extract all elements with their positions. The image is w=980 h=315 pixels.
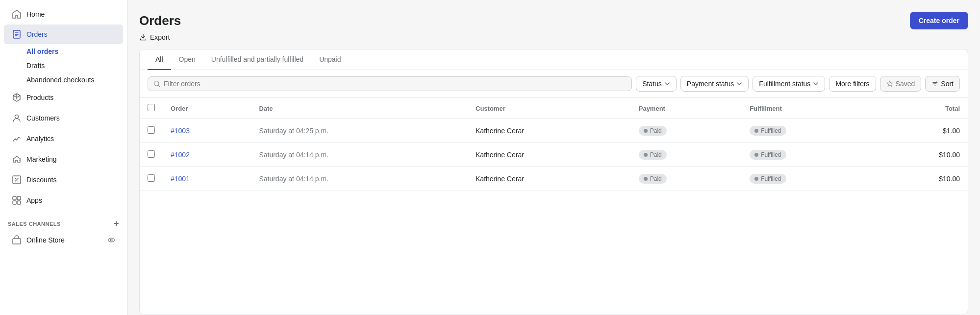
order-cell: #1001: [163, 167, 251, 191]
page-title: Orders: [139, 13, 181, 28]
row-checkbox-1[interactable]: [148, 150, 155, 158]
order-link-2[interactable]: #1001: [171, 175, 190, 183]
total-cell: $10.00: [875, 167, 968, 191]
payment-chevron-icon: [736, 81, 742, 87]
sidebar-item-customers-label: Customers: [26, 114, 60, 122]
tab-unpaid[interactable]: Unpaid: [311, 49, 349, 70]
eye-icon[interactable]: [107, 236, 115, 244]
sidebar-item-orders[interactable]: Orders: [4, 24, 123, 44]
page-header: Orders Create order: [139, 12, 968, 29]
customer-cell: Katherine Cerar: [468, 119, 631, 143]
svg-point-2: [16, 156, 17, 157]
sidebar-item-customers[interactable]: Customers: [4, 108, 123, 128]
sort-icon: [931, 80, 938, 87]
tab-all[interactable]: All: [148, 49, 171, 70]
row-checkbox-cell[interactable]: [140, 119, 163, 143]
row-checkbox-0[interactable]: [148, 126, 155, 134]
payment-badge-dot: [644, 153, 648, 157]
sales-channels-header: SALES CHANNELS +: [0, 211, 127, 231]
sidebar-item-apps[interactable]: Apps: [4, 191, 123, 210]
saved-button[interactable]: Saved: [880, 76, 922, 92]
payment-badge: Paid: [639, 126, 667, 136]
sidebar-item-orders-label: Orders: [26, 30, 48, 38]
order-link-0[interactable]: #1003: [171, 127, 190, 135]
fulfillment-badge: Fulfilled: [750, 150, 786, 160]
products-icon: [12, 93, 22, 102]
tab-unfulfilled[interactable]: Unfulfilled and partially fulfilled: [203, 49, 311, 70]
sidebar-item-analytics-label: Analytics: [26, 135, 54, 143]
payment-cell: Paid: [631, 143, 742, 167]
svg-point-11: [108, 238, 115, 242]
row-checkbox-2[interactable]: [148, 174, 155, 182]
payment-badge: Paid: [639, 174, 667, 184]
total-column-header: Total: [875, 98, 968, 119]
total-cell: $1.00: [875, 119, 968, 143]
customer-cell: Katherine Cerar: [468, 167, 631, 191]
main-content: Orders Create order Export All Open Unfu…: [127, 0, 980, 315]
payment-badge: Paid: [639, 150, 667, 160]
sidebar-item-products[interactable]: Products: [4, 88, 123, 107]
payment-column-header: Payment: [631, 98, 742, 119]
customer-column-header: Customer: [468, 98, 631, 119]
sidebar-item-discounts-label: Discounts: [26, 176, 56, 184]
apps-icon: [12, 195, 22, 205]
fulfillment-cell: Fulfilled: [742, 119, 875, 143]
add-sales-channel-icon[interactable]: +: [114, 218, 119, 229]
order-cell: #1002: [163, 143, 251, 167]
status-filter-button[interactable]: Status: [636, 76, 677, 92]
payment-cell: Paid: [631, 119, 742, 143]
row-checkbox-cell[interactable]: [140, 167, 163, 191]
table-row: #1002 Saturday at 04:14 p.m. Katherine C…: [140, 143, 968, 167]
tab-open[interactable]: Open: [171, 49, 203, 70]
sidebar-sub-all-orders[interactable]: All orders: [4, 45, 123, 58]
svg-rect-9: [17, 201, 21, 204]
fulfillment-badge-dot: [754, 129, 758, 133]
store-icon: [12, 235, 22, 245]
fulfillment-cell: Fulfilled: [742, 143, 875, 167]
sidebar-item-marketing-label: Marketing: [26, 155, 56, 163]
payment-badge-dot: [644, 129, 648, 133]
fulfillment-status-filter-button[interactable]: Fulfillment status: [753, 76, 825, 92]
sidebar-item-discounts[interactable]: Discounts: [4, 170, 123, 190]
order-cell: #1003: [163, 119, 251, 143]
more-filters-button[interactable]: More filters: [829, 76, 876, 92]
date-cell: Saturday at 04:14 p.m.: [251, 167, 468, 191]
sidebar-item-products-label: Products: [26, 94, 53, 101]
total-cell: $10.00: [875, 143, 968, 167]
svg-rect-7: [17, 196, 21, 200]
sidebar-item-marketing[interactable]: Marketing: [4, 149, 123, 169]
star-icon: [886, 80, 893, 87]
export-icon: [139, 33, 147, 41]
status-chevron-icon: [664, 81, 670, 87]
search-input[interactable]: [164, 80, 627, 88]
fulfillment-badge-dot: [754, 153, 758, 157]
fulfillment-badge-dot: [754, 177, 758, 181]
sort-button[interactable]: Sort: [925, 76, 960, 92]
fulfillment-badge: Fulfilled: [750, 126, 786, 136]
online-store-label: Online Store: [26, 236, 65, 244]
svg-point-5: [18, 181, 19, 182]
row-checkbox-cell[interactable]: [140, 143, 163, 167]
orders-card: All Open Unfulfilled and partially fulfi…: [139, 49, 968, 315]
sidebar-sub-drafts[interactable]: Drafts: [4, 59, 123, 73]
payment-status-filter-button[interactable]: Payment status: [680, 76, 749, 92]
sidebar-sub-abandoned-checkouts[interactable]: Abandoned checkouts: [4, 73, 123, 87]
export-row[interactable]: Export: [139, 33, 968, 41]
order-link-1[interactable]: #1002: [171, 151, 190, 159]
customers-icon: [12, 113, 22, 123]
orders-table-wrap: Order Date Customer Payment Fulfillment …: [140, 98, 968, 315]
date-cell: Saturday at 04:25 p.m.: [251, 119, 468, 143]
search-wrap[interactable]: [148, 76, 632, 91]
analytics-icon: [12, 134, 22, 144]
sidebar-item-apps-label: Apps: [26, 196, 42, 204]
create-order-button[interactable]: Create order: [910, 12, 968, 29]
svg-point-4: [15, 178, 16, 179]
sidebar-item-home[interactable]: Home: [4, 4, 123, 24]
fulfillment-chevron-icon: [813, 81, 819, 87]
sidebar-item-analytics[interactable]: Analytics: [4, 129, 123, 148]
select-all-header[interactable]: [140, 98, 163, 119]
sidebar-item-online-store[interactable]: Online Store: [4, 231, 123, 249]
svg-point-12: [110, 239, 112, 241]
select-all-checkbox[interactable]: [148, 104, 155, 111]
sidebar-item-home-label: Home: [26, 10, 45, 18]
